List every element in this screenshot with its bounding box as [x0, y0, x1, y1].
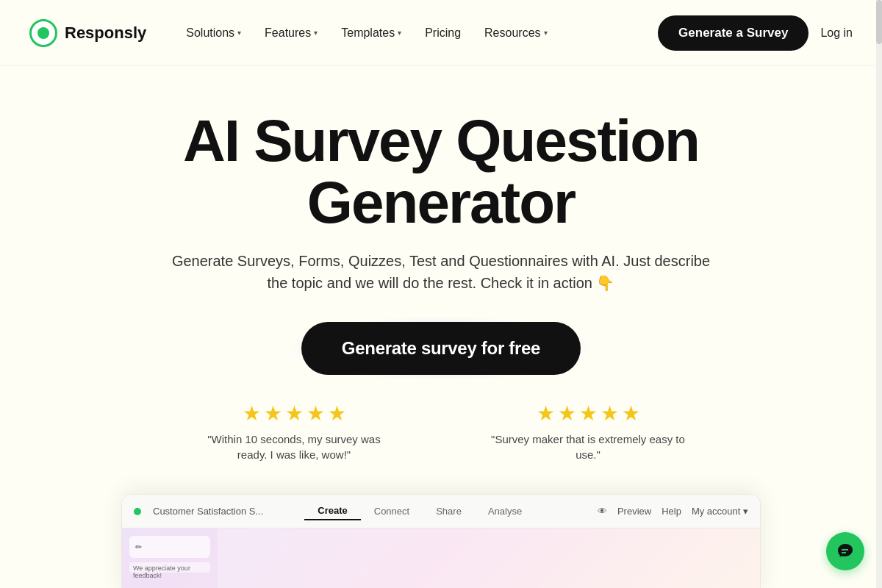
logo-icon — [29, 19, 57, 47]
star: ★ — [285, 401, 304, 426]
preview-preview-label[interactable]: Preview — [617, 506, 651, 517]
nav-item-solutions[interactable]: Solutions ▾ — [176, 21, 251, 46]
nav-item-resources[interactable]: Resources ▾ — [474, 21, 557, 46]
star: ★ — [537, 401, 555, 426]
preview-tabs: Create Connect Share Analyse — [304, 502, 535, 520]
nav-item-features[interactable]: Features ▾ — [254, 21, 328, 46]
star: ★ — [622, 401, 640, 426]
preview-sidebar: ✏ We appreciate your feedback! — [122, 528, 218, 588]
preview-help-label[interactable]: Help — [662, 506, 681, 517]
logo-dot — [37, 27, 49, 39]
scrollbar[interactable] — [876, 0, 882, 588]
preview-eye-icon: 👁 — [598, 506, 607, 517]
nav-generate-button[interactable]: Generate a Survey — [658, 15, 808, 51]
preview-main — [218, 528, 760, 588]
nav-item-templates[interactable]: Templates ▾ — [331, 21, 412, 46]
nav-login-button[interactable]: Log in — [820, 26, 853, 40]
preview-status-dot — [134, 508, 141, 515]
chevron-down-icon: ▾ — [237, 29, 241, 37]
preview-topbar: Customer Satisfaction S... Create Connec… — [122, 495, 760, 528]
nav-item-pricing[interactable]: Pricing — [415, 21, 471, 46]
stars-2: ★ ★ ★ ★ ★ — [537, 401, 640, 426]
preview-actions: 👁 Preview Help My account ▾ — [598, 506, 748, 517]
hero-cta-button[interactable]: Generate survey for free — [301, 322, 581, 375]
star: ★ — [600, 401, 619, 426]
chevron-down-icon: ▾ — [398, 29, 401, 37]
preview-title: Customer Satisfaction S... — [153, 506, 263, 517]
tab-connect[interactable]: Connect — [361, 503, 423, 520]
stars-1: ★ ★ ★ ★ ★ — [243, 401, 346, 426]
star: ★ — [243, 401, 261, 426]
preview-container: Customer Satisfaction S... Create Connec… — [121, 494, 761, 588]
logo[interactable]: Responsly — [29, 19, 146, 47]
preview-sidebar-item: ✏ — [129, 536, 210, 558]
logo-text: Responsly — [65, 24, 146, 43]
tab-analyse[interactable]: Analyse — [475, 503, 535, 520]
star: ★ — [264, 401, 282, 426]
chat-icon — [836, 542, 854, 560]
review-text-2: "Survey maker that is extremely easy to … — [485, 431, 691, 462]
review-item-1: ★ ★ ★ ★ ★ "Within 10 seconds, my survey … — [191, 401, 397, 462]
review-item-2: ★ ★ ★ ★ ★ "Survey maker that is extremel… — [485, 401, 691, 462]
chat-bubble[interactable] — [826, 532, 864, 570]
nav-actions: Generate a Survey Log in — [658, 15, 853, 51]
chevron-down-icon: ▾ — [544, 29, 548, 37]
star: ★ — [558, 401, 576, 426]
nav-links: Solutions ▾ Features ▾ Templates ▾ Prici… — [176, 21, 658, 46]
star: ★ — [306, 401, 325, 426]
cta-wrapper: Generate survey for free — [301, 322, 581, 375]
tab-create[interactable]: Create — [304, 502, 360, 520]
scrollbar-thumb[interactable] — [876, 0, 882, 44]
reviews-section: ★ ★ ★ ★ ★ "Within 10 seconds, my survey … — [191, 401, 691, 462]
tab-share[interactable]: Share — [423, 503, 475, 520]
preview-account-label[interactable]: My account ▾ — [692, 506, 748, 517]
star: ★ — [579, 401, 598, 426]
preview-body: ✏ We appreciate your feedback! — [122, 528, 760, 588]
hero-title: AI Survey Question Generator — [110, 110, 772, 234]
preview-content-item: We appreciate your feedback! — [129, 562, 210, 573]
review-text-1: "Within 10 seconds, my survey was ready.… — [191, 431, 397, 462]
hero-section: AI Survey Question Generator Generate Su… — [0, 66, 882, 484]
hero-subtitle: Generate Surveys, Forms, Quizzes, Test a… — [169, 250, 713, 294]
chevron-down-icon: ▾ — [314, 29, 318, 37]
navbar: Responsly Solutions ▾ Features ▾ Templat… — [0, 0, 882, 66]
star: ★ — [328, 401, 346, 426]
